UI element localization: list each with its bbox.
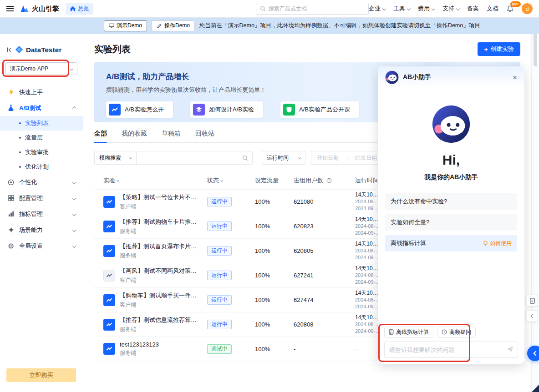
experiment-name[interactable]: 【购物车】测试顺手买一件功... [120,291,201,300]
banner-card-how-to-design[interactable]: 如何设计A/B实验 [190,101,263,118]
tab-drafts[interactable]: 草稿箱 [162,130,181,142]
experiment-icon [103,221,115,232]
sidebar-item-traffic-layer[interactable]: 流量层 [0,131,83,145]
tab-recycle-bin[interactable]: 回收站 [195,130,214,142]
assistant-fab-button[interactable] [527,346,539,361]
column-header-status[interactable]: 状态 [207,176,255,185]
menu-support[interactable]: 支持 [442,5,459,13]
notification-bell[interactable]: 99+ [506,5,514,13]
menu-enterprise[interactable]: 企业 [369,5,386,13]
sidebar-item-experiment-list[interactable]: 实验列表 [0,116,83,131]
run-time-filter-select[interactable]: 运行时间 [262,151,305,165]
create-experiment-button[interactable]: +创建实验 [478,42,520,56]
menu-tools[interactable]: 工具 [393,5,410,13]
end-date-placeholder[interactable]: 结束日期 [355,154,377,162]
chevron-down-icon [382,7,386,10]
experiment-name[interactable]: test123123123 [120,341,159,348]
users-value: 620823 [294,223,355,230]
ab-test-flask-icon [7,105,15,112]
status-badge: 运行中 [207,320,232,329]
how-to-use-link[interactable]: 如何使用 [483,240,512,247]
suggestion-why-no-hit[interactable]: 为什么没有命中实验? [385,193,517,210]
tab-all[interactable]: 全部 [94,130,107,142]
suggestion-offline-metrics[interactable]: 离线指标计算 如何使用 [385,235,517,251]
sidebar-item-optimization-plan[interactable]: 优化计划 [0,160,83,174]
user-avatar[interactable]: d [522,3,533,14]
traffic-value: 100% [255,198,294,205]
menu-billing[interactable]: 费用 [418,5,435,13]
chevron-down-icon [72,228,76,231]
sidebar-item-metrics[interactable]: 指标管理 [0,206,83,222]
sidebar-item-quick-start[interactable]: 快速上手 [0,84,83,100]
buy-now-button[interactable]: 立即购买 [6,368,76,382]
suggestion-list: 为什么没有命中实验? 实验如何全量? 离线指标计算 如何使用 [385,193,517,251]
sidebar-item-scene[interactable]: 场景能力 [0,222,83,238]
help-circle-icon[interactable]: ? [326,178,332,183]
home-icon [70,6,76,11]
plus-icon: + [484,45,488,53]
chevron-left-icon [533,351,538,356]
collapse-panel-button[interactable] [526,310,538,322]
experiment-search-input[interactable] [137,151,242,164]
topnav-right-group: 企业 工具 费用 支持 备案 文档 99+ d [369,3,533,14]
assistant-greeting: Hi, [385,152,517,168]
experiment-icon [103,196,115,208]
close-icon[interactable]: × [513,74,517,81]
link-beian[interactable]: 备案 [467,5,479,13]
banner-card-open-course[interactable]: A/B实验产品公开课 [280,101,359,118]
traffic-value: 100% [255,297,294,303]
experiment-name[interactable]: 【推荐】测试信息流推荐算法... [120,316,201,324]
demo-project-button[interactable]: 演示Demo [104,20,147,31]
gear-icon [7,242,15,250]
notification-badge: 99+ [510,1,521,7]
global-search[interactable] [256,3,369,15]
sidebar-item-global-settings[interactable]: 全局设置 [0,238,83,254]
sidebar-item-personalization[interactable]: 个性化 [0,174,83,190]
search-type-select[interactable]: 模糊搜索 [95,151,137,164]
chevron-down-icon [72,180,76,184]
experiment-name[interactable]: 【推荐】测试购物车卡片推荐... [120,218,201,226]
experiment-icon [103,319,115,331]
collapse-sidebar-icon[interactable] [6,47,12,53]
experiment-type: 客户端 [120,203,201,211]
column-header-experiment[interactable]: 实验 [103,176,207,185]
sidebar-item-config[interactable]: 配置管理 [0,190,83,206]
overview-button[interactable]: 总览 [66,3,93,15]
brand-logo[interactable]: 火山引擎 [20,5,59,13]
notice-message: 您当前在「演示Demo」项目，此环境均为样例数据、不可编辑，如想体验创建实验请切… [199,22,480,30]
experiment-name[interactable]: 【策略】测试一号位卡片不同... [120,193,201,201]
brand-name: 火山引擎 [32,5,59,13]
sidebar-item-ab-test[interactable]: A/B测试 [0,100,83,116]
product-name: DataTester [26,46,61,54]
feedback-tool-button[interactable] [526,295,538,307]
sidebar-item-experiment-approval[interactable]: 实验审批 [0,145,83,160]
users-value: 620805 [294,247,355,254]
experiment-name[interactable]: 【画风】测试不同画风对落地... [120,267,201,275]
search-icon[interactable] [242,155,248,161]
product-logo-row: DataTester [0,34,83,54]
robot-avatar-icon [385,70,399,84]
link-docs[interactable]: 文档 [487,5,498,13]
assistant-chat-input[interactable] [384,342,518,358]
column-header-traffic: 设定流量 [255,176,294,185]
tab-favorites[interactable]: 我的收藏 [122,130,147,142]
experiment-type: 服务端 [120,326,201,333]
suggestion-full-rollout[interactable]: 实验如何全量? [385,214,517,231]
operate-project-button[interactable]: 操作Demo [152,20,195,31]
search-combo: 模糊搜索 [94,151,253,165]
chevron-down-icon [456,7,460,10]
faq-button[interactable]: ? 高频提问 [437,326,476,338]
bulb-icon [483,241,488,246]
offline-metrics-button[interactable]: 离线指标计算 [384,326,433,338]
send-icon[interactable] [507,346,514,353]
start-date-placeholder[interactable]: 开始日期 [317,154,339,162]
banner-card-how-to-start[interactable]: A/B实验怎么开 [106,101,173,118]
monitor-icon [109,23,114,28]
layers-icon [193,104,205,116]
experiment-type: 服务端 [120,349,159,357]
experiment-name[interactable]: 【推荐】测试首页瀑布卡片推... [120,242,201,251]
hamburger-menu-icon[interactable] [6,6,14,11]
app-selector[interactable]: 演示Demo-APP [5,62,77,75]
page-scrollbar[interactable] [531,17,539,392]
global-search-input[interactable] [269,5,365,12]
